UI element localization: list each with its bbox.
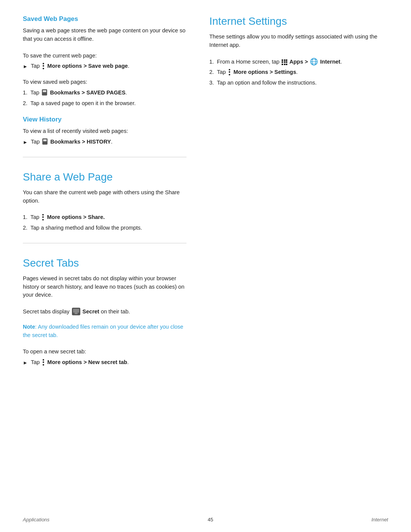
secret-tabs-title: Secret Tabs xyxy=(23,257,186,269)
share-web-page-section: Share a Web Page You can share the curre… xyxy=(23,171,186,232)
open-secret-tab-label: To open a new secret tab: xyxy=(23,348,186,356)
view-saved-pages-list: Tap Bookmarks > SAVED PAGES. Tap a saved… xyxy=(23,89,186,108)
left-column: Saved Web Pages Saving a web page stores… xyxy=(23,15,202,370)
internet-step-2: Tap More options > Settings. xyxy=(209,68,388,77)
secret-tabs-section: Secret Tabs Pages viewed in secret tabs … xyxy=(23,257,186,367)
svg-rect-6 xyxy=(75,313,78,314)
internet-step-3: Tap an option and follow the instruction… xyxy=(209,79,388,87)
page-footer: Applications 45 Internet xyxy=(0,517,411,522)
bookmarks-icon-2 xyxy=(42,138,48,145)
view-history-section: View History To view a list of recently … xyxy=(23,116,186,146)
internet-settings-section: Internet Settings These settings allow y… xyxy=(209,15,388,87)
saved-web-pages-title: Saved Web Pages xyxy=(23,15,186,23)
save-instruction-label: To save the current web page: xyxy=(23,52,186,60)
more-options-icon-4 xyxy=(228,69,231,75)
secret-tabs-description: Pages viewed in secret tabs do not displ… xyxy=(23,275,186,299)
share-step-1: Tap More options > Share. xyxy=(23,213,186,222)
bullet-arrow-icon: ► xyxy=(23,63,28,70)
history-instruction-text: Tap Bookmarks > HISTORY. xyxy=(31,138,113,146)
svg-rect-1 xyxy=(43,90,46,92)
internet-globe-icon xyxy=(310,58,318,66)
view-step-2: Tap a saved page to open it in the brows… xyxy=(23,99,186,108)
internet-step-1: From a Home screen, tap Apps > Internet. xyxy=(209,58,388,66)
secret-display-text: Secret tabs display Secret on their tab. xyxy=(23,308,186,316)
share-step-2: Tap a sharing method and follow the prom… xyxy=(23,224,186,232)
more-options-icon-3 xyxy=(41,359,45,366)
footer-right-label: Internet xyxy=(371,517,388,522)
view-history-title: View History xyxy=(23,116,186,123)
right-column: Internet Settings These settings allow y… xyxy=(202,15,388,370)
divider-1 xyxy=(23,157,186,157)
share-web-page-description: You can share the current web page with … xyxy=(23,189,186,205)
divider-2 xyxy=(23,243,186,243)
open-secret-tab-bullet: ► Tap More options > New secret tab. xyxy=(23,358,186,367)
footer-left-label: Applications xyxy=(23,517,49,522)
view-instruction-label: To view saved web pages: xyxy=(23,78,186,86)
history-instruction-bullet: ► Tap Bookmarks > HISTORY. xyxy=(23,138,186,146)
svg-rect-5 xyxy=(73,309,79,313)
secret-tabs-note: Note: Any downloaded files remain on you… xyxy=(23,323,186,340)
internet-settings-title: Internet Settings xyxy=(209,15,388,27)
bullet-arrow-icon-3: ► xyxy=(23,359,28,367)
more-options-icon-2 xyxy=(41,214,45,220)
internet-settings-description: These settings allow you to modify setti… xyxy=(209,33,388,50)
bullet-arrow-icon-2: ► xyxy=(23,139,28,146)
apps-grid-icon xyxy=(282,59,287,65)
saved-web-pages-description: Saving a web page stores the web page co… xyxy=(23,27,186,43)
footer-page-number: 45 xyxy=(208,517,213,522)
secret-tab-icon xyxy=(72,308,80,315)
save-instruction-bullet: ► Tap More options > Save web page. xyxy=(23,62,186,70)
open-secret-tab-text: Tap More options > New secret tab. xyxy=(31,358,129,367)
view-history-description: To view a list of recently visited web p… xyxy=(23,127,186,136)
share-steps-list: Tap More options > Share. Tap a sharing … xyxy=(23,213,186,232)
note-label: Note xyxy=(23,324,35,330)
view-step-1: Tap Bookmarks > SAVED PAGES. xyxy=(23,89,186,97)
save-instruction-text: Tap More options > Save web page. xyxy=(31,62,129,70)
share-web-page-title: Share a Web Page xyxy=(23,171,186,183)
svg-rect-3 xyxy=(43,139,47,141)
bookmarks-icon-1 xyxy=(41,89,48,96)
more-options-icon-1 xyxy=(41,62,45,69)
saved-web-pages-section: Saved Web Pages Saving a web page stores… xyxy=(23,15,186,107)
internet-settings-steps: From a Home screen, tap Apps > Internet.… xyxy=(209,58,388,87)
